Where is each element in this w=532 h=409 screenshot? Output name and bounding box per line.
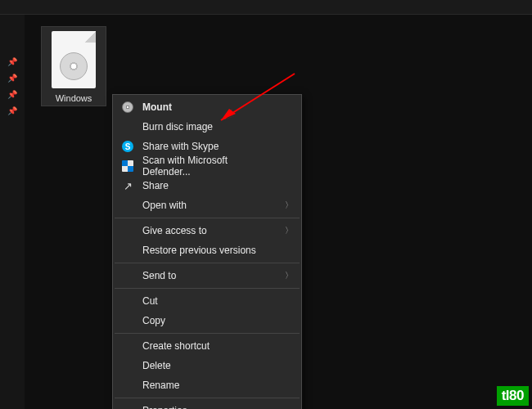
- share-icon: ↗: [121, 179, 134, 192]
- pin-icon[interactable]: 📌: [8, 74, 16, 82]
- quick-access-sidebar: 📌 📌 📌 📌: [0, 15, 25, 409]
- properties-menu-item[interactable]: Properties: [113, 401, 301, 409]
- menu-label: Share with Skype: [142, 141, 219, 152]
- pin-icon[interactable]: 📌: [8, 90, 16, 98]
- delete-menu-item[interactable]: Delete: [113, 356, 301, 375]
- iso-file-item[interactable]: Windows: [41, 26, 106, 106]
- pin-icon[interactable]: 📌: [8, 106, 16, 115]
- rename-menu-item[interactable]: Rename: [113, 375, 301, 395]
- cut-menu-item[interactable]: Cut: [113, 291, 301, 311]
- skype-icon: S: [121, 140, 134, 153]
- restore-versions-menu-item[interactable]: Restore previous versions: [113, 240, 301, 260]
- pin-icon[interactable]: 📌: [8, 57, 16, 65]
- share-menu-item[interactable]: ↗ Share: [113, 176, 301, 196]
- burn-disc-image-menu-item[interactable]: Burn disc image: [113, 117, 301, 137]
- menu-label: Cut: [142, 295, 158, 307]
- chevron-right-icon: 〉: [285, 270, 293, 281]
- menu-label: Give access to: [142, 225, 207, 236]
- menu-label: Rename: [142, 380, 179, 391]
- menu-label: Create shortcut: [142, 340, 210, 352]
- watermark-badge: tl80: [497, 386, 529, 406]
- disc-icon: [121, 101, 134, 114]
- mount-menu-item[interactable]: Mount: [113, 97, 301, 117]
- menu-label: Restore previous versions: [142, 245, 256, 256]
- menu-label: Copy: [142, 315, 165, 326]
- menu-separator: [115, 398, 300, 398]
- menu-label: Delete: [142, 360, 171, 371]
- create-shortcut-menu-item[interactable]: Create shortcut: [113, 336, 301, 356]
- menu-separator: [115, 288, 300, 289]
- chevron-right-icon: 〉: [285, 225, 293, 236]
- disc-image-file-icon: [52, 31, 96, 88]
- share-skype-menu-item[interactable]: S Share with Skype: [113, 137, 301, 156]
- file-label: Windows: [44, 93, 103, 103]
- menu-label: Properties: [142, 405, 187, 409]
- menu-label: Mount: [142, 101, 172, 113]
- menu-separator: [115, 333, 300, 334]
- menu-separator: [115, 263, 300, 263]
- menu-label: Burn disc image: [142, 121, 213, 133]
- send-to-menu-item[interactable]: Send to 〉: [113, 266, 301, 285]
- scan-defender-menu-item[interactable]: Scan with Microsoft Defender...: [113, 156, 301, 176]
- open-with-menu-item[interactable]: Open with 〉: [113, 196, 301, 215]
- menu-label: Share: [142, 180, 169, 191]
- give-access-menu-item[interactable]: Give access to 〉: [113, 221, 301, 240]
- window-titlebar: [0, 0, 532, 15]
- context-menu: Mount Burn disc image S Share with Skype…: [112, 94, 302, 409]
- menu-label: Open with: [142, 200, 187, 211]
- menu-label: Scan with Microsoft Defender...: [142, 155, 277, 178]
- copy-menu-item[interactable]: Copy: [113, 311, 301, 330]
- menu-label: Send to: [142, 270, 176, 281]
- chevron-right-icon: 〉: [285, 200, 293, 211]
- menu-separator: [115, 218, 300, 218]
- shield-icon: [121, 160, 134, 173]
